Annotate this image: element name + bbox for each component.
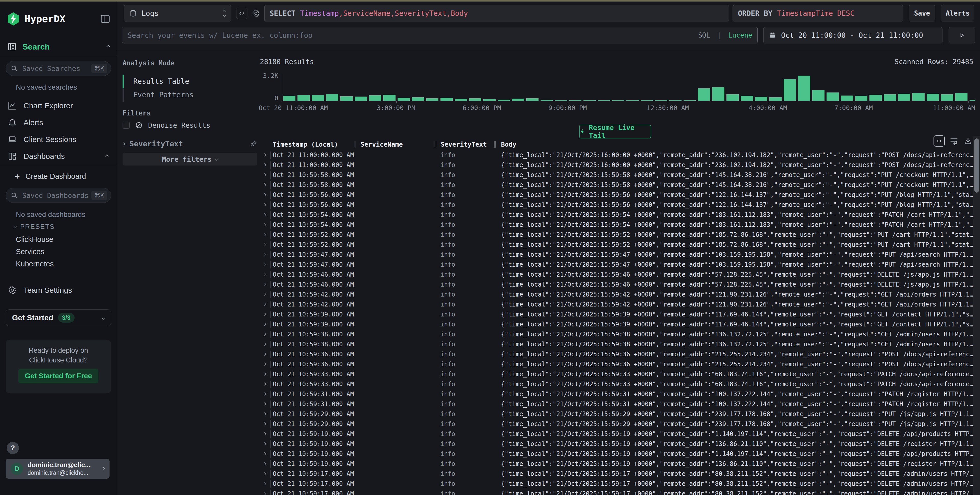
histogram-bar[interactable]	[484, 99, 496, 100]
row-expand-chevron[interactable]	[263, 323, 266, 326]
table-row[interactable]: Oct 21 10:59:19.000 AMinfo{"time_local":…	[258, 449, 974, 459]
table-row[interactable]: Oct 21 10:59:33.000 AMinfo{"time_local":…	[258, 369, 974, 379]
col-severitytext[interactable]: SeverityText	[441, 139, 487, 150]
row-expand-chevron[interactable]	[263, 442, 266, 446]
col-servicename[interactable]: ServiceName	[361, 139, 403, 150]
histogram-bar[interactable]	[526, 98, 539, 100]
mode-results-table[interactable]: Results Table	[123, 75, 255, 88]
histogram-bar[interactable]	[584, 100, 596, 100]
sidebar-item-alerts[interactable]: Alerts	[0, 115, 117, 130]
table-row[interactable]: Oct 21 10:59:19.000 AMinfo{"time_local":…	[258, 459, 974, 469]
table-row[interactable]: Oct 21 10:59:31.000 AMinfo{"time_local":…	[258, 389, 974, 399]
table-row[interactable]: Oct 21 10:59:38.000 AMinfo{"time_local":…	[258, 329, 974, 339]
denoise-checkbox[interactable]	[123, 122, 130, 129]
row-expand-chevron[interactable]	[263, 183, 266, 186]
query-language-toggle[interactable]: SQL | Lucene	[698, 32, 752, 39]
histogram-bar[interactable]	[741, 96, 753, 100]
raw-json-toggle-icon[interactable]	[934, 135, 945, 146]
order-by-input[interactable]: ORDER BY TimestampTime DESC	[733, 5, 903, 21]
histogram-bar[interactable]	[798, 76, 810, 100]
histogram-bar[interactable]	[441, 98, 453, 100]
histogram-bar[interactable]	[455, 99, 467, 100]
row-expand-chevron[interactable]	[263, 482, 266, 485]
table-row[interactable]: Oct 21 10:59:19.000 AMinfo{"time_local":…	[258, 429, 974, 439]
histogram-bar[interactable]	[784, 79, 796, 100]
histogram-bar[interactable]	[541, 100, 553, 100]
row-expand-chevron[interactable]	[263, 402, 266, 406]
histogram-bar[interactable]	[626, 100, 639, 100]
row-expand-chevron[interactable]	[263, 382, 266, 386]
row-expand-chevron[interactable]	[263, 303, 266, 306]
histogram-bar[interactable]	[283, 96, 296, 100]
facet-severitytext[interactable]: SeverityText	[123, 138, 258, 150]
run-query-button[interactable]	[948, 27, 975, 43]
table-row[interactable]: Oct 21 10:59:17.000 AMinfo{"time_local":…	[258, 469, 974, 479]
column-resize-handle[interactable]	[494, 141, 496, 148]
preset-clickhouse[interactable]: ClickHouse	[16, 235, 53, 244]
alerts-button[interactable]: Alerts	[941, 5, 974, 21]
histogram-bar[interactable]	[569, 100, 581, 100]
download-icon[interactable]	[963, 136, 973, 146]
sql-toggle[interactable]: SQL	[698, 32, 710, 39]
table-row[interactable]: Oct 21 10:59:47.000 AMinfo{"time_local":…	[258, 250, 974, 260]
column-resize-handle[interactable]	[354, 141, 355, 148]
histogram-bar[interactable]	[812, 90, 824, 100]
event-search-input[interactable]: Search your events w/ Lucene ex. column:…	[122, 27, 757, 43]
row-expand-chevron[interactable]	[263, 412, 266, 415]
sidebar-collapse-icon[interactable]	[100, 14, 111, 24]
histogram-bar[interactable]	[755, 97, 767, 100]
histogram-bar[interactable]	[884, 94, 896, 100]
create-dashboard-button[interactable]: + Create Dashboard	[15, 170, 86, 182]
row-expand-chevron[interactable]	[263, 223, 266, 226]
histogram-bar[interactable]	[827, 92, 839, 100]
code-view-icon[interactable]	[236, 8, 247, 19]
row-expand-chevron[interactable]	[263, 173, 266, 177]
table-row[interactable]: Oct 21 10:59:58.000 AMinfo{"time_local":…	[258, 180, 974, 190]
resume-live-tail-button[interactable]: Resume Live Tail	[579, 125, 651, 138]
histogram-bar[interactable]	[855, 96, 867, 100]
table-row[interactable]: Oct 21 10:59:42.000 AMinfo{"time_local":…	[258, 299, 974, 310]
denoise-results-toggle[interactable]: Denoise Results	[123, 121, 210, 129]
row-expand-chevron[interactable]	[263, 363, 266, 366]
histogram-bar[interactable]	[769, 97, 781, 100]
histogram-bar[interactable]	[655, 100, 667, 100]
source-select[interactable]: Logs	[124, 5, 231, 21]
row-expand-chevron[interactable]	[263, 352, 266, 356]
histogram-bar[interactable]	[426, 98, 438, 100]
histogram-bar[interactable]	[927, 94, 939, 100]
histogram-bar[interactable]	[969, 100, 975, 100]
row-expand-chevron[interactable]	[263, 203, 266, 206]
get-started-accordion[interactable]: Get Started 3/3	[6, 309, 111, 326]
table-row[interactable]: Oct 21 11:00:00.000 AMinfo{"time_local":…	[258, 160, 974, 170]
table-row[interactable]: Oct 21 10:59:46.000 AMinfo{"time_local":…	[258, 280, 974, 290]
table-row[interactable]: Oct 21 10:59:29.000 AMinfo{"time_local":…	[258, 419, 974, 429]
row-expand-chevron[interactable]	[263, 243, 266, 246]
histogram-bar[interactable]	[398, 98, 410, 100]
more-filters-button[interactable]: More filters	[123, 153, 258, 166]
row-expand-chevron[interactable]	[263, 333, 266, 336]
histogram-bar[interactable]	[469, 98, 481, 100]
row-expand-chevron[interactable]	[263, 372, 266, 376]
table-row[interactable]: Oct 21 10:59:47.000 AMinfo{"time_local":…	[258, 260, 974, 270]
histogram-bar[interactable]	[869, 95, 882, 100]
table-row[interactable]: Oct 21 10:59:36.000 AMinfo{"time_local":…	[258, 360, 974, 369]
lucene-toggle[interactable]: Lucene	[728, 32, 752, 39]
sidebar-item-search[interactable]: Search	[7, 39, 110, 54]
user-account-card[interactable]: D dominic.tran@clic... dominic.tran@clic…	[6, 459, 110, 479]
table-row[interactable]: Oct 21 10:59:58.000 AMinfo{"time_local":…	[258, 170, 974, 180]
sidebar-item-chart-explorer[interactable]: Chart Explorer	[0, 99, 117, 113]
histogram-bar[interactable]	[383, 95, 396, 100]
pin-icon[interactable]	[250, 140, 258, 148]
histogram-bar[interactable]	[727, 94, 739, 100]
row-expand-chevron[interactable]	[263, 392, 266, 396]
table-row[interactable]: Oct 21 10:59:38.000 AMinfo{"time_local":…	[258, 339, 974, 349]
histogram-bar[interactable]	[340, 96, 353, 100]
histogram-bar[interactable]	[841, 95, 853, 100]
histogram-bar[interactable]	[512, 99, 524, 100]
table-row[interactable]: Oct 21 10:59:17.000 AMinfo{"time_local":…	[258, 489, 974, 495]
sidebar-item-team-settings[interactable]: Team Settings	[0, 283, 117, 297]
table-row[interactable]: Oct 21 10:59:17.000 AMinfo{"time_local":…	[258, 479, 974, 489]
row-expand-chevron[interactable]	[263, 422, 266, 425]
table-row[interactable]: Oct 21 10:59:39.000 AMinfo{"time_local":…	[258, 310, 974, 320]
histogram-bar[interactable]	[369, 95, 381, 100]
